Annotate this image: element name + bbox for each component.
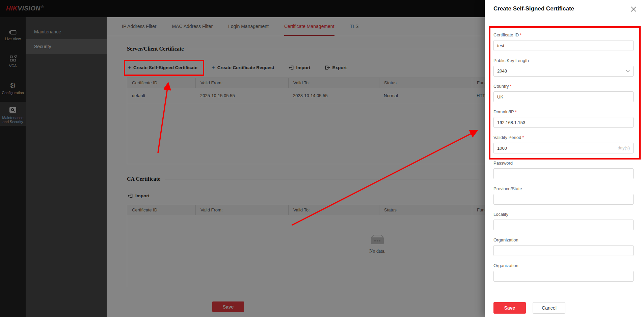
field-country: Country* <box>493 84 634 102</box>
app-window: HIKVISION® Live View VCA ⚙ Configuration <box>0 0 644 317</box>
close-icon[interactable] <box>630 5 637 13</box>
drawer-save-button[interactable]: Save <box>493 302 526 314</box>
public-key-length-select[interactable]: 2048 <box>493 66 634 77</box>
field-public-key-length: Public Key Length 2048 <box>493 58 634 77</box>
field-validity-period: Validity Period* day(s) <box>493 135 634 153</box>
field-label: Province/State <box>493 186 634 191</box>
field-label: Organization <box>493 237 634 242</box>
country-input[interactable] <box>493 91 634 102</box>
domain-ip-input[interactable] <box>493 117 634 128</box>
province-state-input[interactable] <box>493 194 634 205</box>
field-province-state: Province/State <box>493 186 634 205</box>
validity-period-input[interactable] <box>493 143 634 153</box>
field-label: Organization <box>493 263 634 268</box>
field-locality: Locality <box>493 212 634 230</box>
field-label: Public Key Length <box>493 58 634 63</box>
required-marker: * <box>510 84 512 89</box>
field-label: Locality <box>493 212 634 217</box>
field-label: Certificate ID* <box>493 32 634 37</box>
drawer-body: Certificate ID* Public Key Length 2048 C… <box>485 19 644 282</box>
days-unit-suffix: day(s) <box>618 143 630 153</box>
modal-dim-overlay <box>0 0 485 317</box>
chevron-down-icon <box>626 70 630 73</box>
required-marker: * <box>520 32 521 37</box>
field-label: Validity Period* <box>493 135 634 140</box>
field-organization-2: Organization <box>493 263 634 282</box>
field-label: Password <box>493 161 634 166</box>
organization-2-input[interactable] <box>493 271 634 282</box>
field-organization: Organization <box>493 237 634 256</box>
field-label: Domain/IP* <box>493 109 634 114</box>
drawer-footer: Save Cancel <box>485 296 644 314</box>
field-label: Country* <box>493 84 634 89</box>
required-marker: * <box>515 109 517 114</box>
drawer-title: Create Self-Signed Certificate <box>493 5 635 12</box>
drawer-header: Create Self-Signed Certificate <box>485 0 644 19</box>
password-input[interactable] <box>493 168 634 179</box>
organization-input[interactable] <box>493 245 634 256</box>
locality-input[interactable] <box>493 220 634 230</box>
certificate-id-input[interactable] <box>493 40 634 51</box>
required-marker: * <box>522 135 524 140</box>
field-certificate-id: Certificate ID* <box>493 32 634 51</box>
create-self-signed-certificate-drawer: Create Self-Signed Certificate Certifica… <box>485 0 644 317</box>
drawer-cancel-button[interactable]: Cancel <box>533 302 565 314</box>
field-password: Password <box>493 161 634 179</box>
field-domain-ip: Domain/IP* <box>493 109 634 128</box>
